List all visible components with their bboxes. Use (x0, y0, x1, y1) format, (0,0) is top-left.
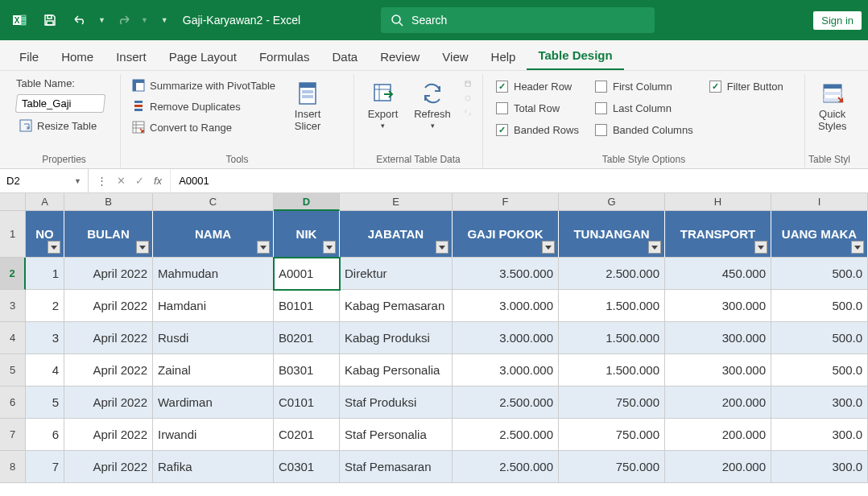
cell[interactable]: B0101 (274, 290, 340, 322)
row-header-7[interactable]: 7 (0, 419, 26, 451)
enter-icon[interactable]: ✓ (132, 173, 147, 188)
cell[interactable]: C0101 (274, 386, 340, 419)
col-header-D[interactable]: D (274, 193, 340, 211)
cell[interactable]: 300.000 (665, 354, 771, 386)
cell[interactable]: Irwandi (153, 419, 274, 451)
cell[interactable]: 750.000 (559, 419, 665, 451)
cell[interactable]: 1.500.000 (559, 354, 665, 386)
resize-table-button[interactable]: Resize Table (16, 118, 105, 134)
formula-input[interactable]: A0001 (171, 175, 868, 187)
banded-cols-check[interactable]: Banded Columns (595, 122, 693, 138)
cell[interactable]: 3 (26, 322, 64, 354)
filter-button[interactable] (136, 241, 149, 254)
filter-button[interactable] (436, 241, 448, 254)
cell[interactable]: C0201 (274, 419, 340, 451)
row-header-8[interactable]: 8 (0, 451, 26, 483)
tab-insert[interactable]: Insert (105, 43, 158, 70)
column-header-gaji-pokok[interactable]: GAJI POKOK (453, 211, 559, 258)
column-header-no[interactable]: NO (26, 211, 64, 258)
cell[interactable]: April 2022 (64, 386, 153, 419)
cell[interactable]: Hamdani (153, 290, 274, 322)
col-header-E[interactable]: E (340, 193, 453, 211)
remove-duplicates-button[interactable]: Remove Duplicates (129, 98, 279, 114)
col-header-A[interactable]: A (26, 193, 64, 211)
col-header-B[interactable]: B (64, 193, 153, 211)
tab-help[interactable]: Help (480, 43, 527, 70)
cell[interactable]: Kabag Personalia (340, 354, 453, 386)
cell[interactable]: Mahmudan (153, 258, 274, 290)
row-header-3[interactable]: 3 (0, 290, 26, 322)
cell[interactable]: Kabag Produksi (340, 322, 453, 354)
cell[interactable]: Staf Produksi (340, 386, 453, 419)
undo-icon[interactable] (68, 7, 93, 33)
cell[interactable]: B0301 (274, 354, 340, 386)
cell[interactable]: 1 (26, 258, 64, 290)
col-header-H[interactable]: H (665, 193, 771, 211)
cell[interactable]: 2.500.000 (559, 258, 665, 290)
column-header-nama[interactable]: NAMA (153, 211, 274, 258)
cell[interactable]: 3.500.000 (453, 258, 559, 290)
browser-icon[interactable] (461, 92, 474, 105)
cell[interactable]: 500.0 (771, 322, 868, 354)
filter-button[interactable] (754, 241, 767, 254)
search-box[interactable] (381, 7, 655, 33)
cell[interactable]: 7 (26, 451, 64, 483)
row-header-5[interactable]: 5 (0, 354, 26, 386)
cell[interactable]: 300.000 (665, 290, 771, 322)
signin-button[interactable]: Sign in (813, 11, 862, 30)
cell[interactable]: 2 (26, 290, 64, 322)
column-header-transport[interactable]: TRANSPORT (665, 211, 771, 258)
cell[interactable]: 200.000 (665, 451, 771, 483)
column-header-jabatan[interactable]: JABATAN (340, 211, 453, 258)
properties-icon[interactable] (461, 77, 474, 90)
filter-button[interactable] (323, 241, 336, 254)
tab-home[interactable]: Home (50, 43, 105, 70)
cell[interactable]: 500.0 (771, 290, 868, 322)
cell[interactable]: Rusdi (153, 322, 274, 354)
cell[interactable]: 2.500.000 (453, 386, 559, 419)
cell[interactable]: 2.500.000 (453, 451, 559, 483)
filter-button[interactable] (542, 241, 555, 254)
cell[interactable]: 300.0 (771, 419, 868, 451)
cell[interactable]: 1.500.000 (559, 322, 665, 354)
last-col-check[interactable]: Last Column (595, 101, 693, 116)
select-all-corner[interactable] (0, 193, 26, 211)
cell[interactable]: April 2022 (64, 419, 153, 451)
cell[interactable]: April 2022 (64, 354, 153, 386)
unlink-icon[interactable] (461, 106, 474, 119)
tab-file[interactable]: File (8, 43, 50, 70)
filter-button[interactable] (648, 241, 661, 254)
cell[interactable]: 300.000 (665, 322, 771, 354)
column-header-uang-maka[interactable]: UANG MAKA (771, 211, 868, 258)
cell[interactable]: 200.000 (665, 386, 771, 419)
filter-button-check[interactable]: Filter Button (709, 79, 783, 94)
cell[interactable]: 6 (26, 419, 64, 451)
row-header-6[interactable]: 6 (0, 386, 26, 419)
col-header-C[interactable]: C (153, 193, 274, 211)
col-header-F[interactable]: F (453, 193, 559, 211)
banded-rows-check[interactable]: Banded Rows (496, 122, 579, 138)
cell[interactable]: 4 (26, 354, 64, 386)
cell[interactable]: April 2022 (64, 258, 153, 290)
tab-view[interactable]: View (431, 43, 479, 70)
spreadsheet-grid[interactable]: ABCDEFGHI 12345678 NOBULANNAMANIKJABATAN… (0, 193, 868, 483)
cancel-icon[interactable]: ✕ (114, 173, 129, 188)
filter-button[interactable] (257, 241, 270, 254)
cell[interactable]: 2.500.000 (453, 419, 559, 451)
table-name-input[interactable]: Table_Gaji (15, 94, 105, 113)
fx-icon[interactable]: fx (151, 173, 165, 188)
convert-range-button[interactable]: Convert to Range (129, 119, 279, 135)
cell[interactable]: 3.000.000 (453, 322, 559, 354)
cell[interactable]: Direktur (340, 258, 453, 290)
column-header-nik[interactable]: NIK (274, 211, 340, 258)
cell[interactable]: Staf Personalia (340, 419, 453, 451)
fn-chooser-icon[interactable]: ⋮ (93, 173, 110, 188)
save-icon[interactable] (37, 7, 63, 33)
header-row-check[interactable]: Header Row (496, 79, 579, 94)
cell[interactable]: 750.000 (559, 386, 665, 419)
filter-button[interactable] (48, 241, 60, 254)
tab-table-design[interactable]: Table Design (527, 42, 623, 70)
cell[interactable]: B0201 (274, 322, 340, 354)
cell[interactable]: 450.000 (665, 258, 771, 290)
cell[interactable]: 500.0 (771, 354, 868, 386)
